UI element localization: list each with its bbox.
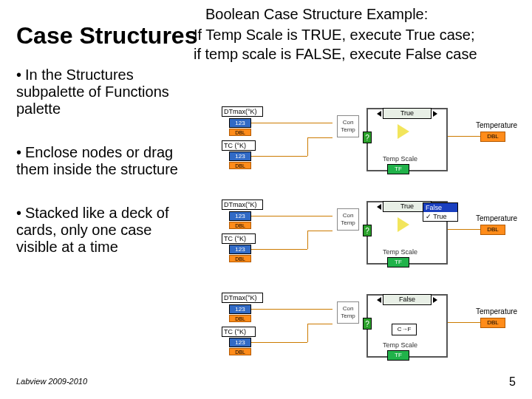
bullet-text: Stacked like a deck of cards, only one c… [16, 205, 169, 255]
output-label: Temperature [476, 214, 517, 222]
bullet-item: •In the Structures subpalette of Functio… [16, 66, 194, 117]
wire [251, 156, 307, 157]
popup-item-true-label: True [433, 213, 446, 220]
wire [448, 229, 483, 230]
input-label-tc: TC (°K) [222, 140, 256, 151]
dbl-tag: DBL [229, 348, 251, 355]
wire [251, 123, 332, 123]
dbl-tag: DBL [229, 255, 251, 262]
input-label-tc: TC (°K) [222, 327, 256, 337]
input-label-dtmax: DTmax(°K) [222, 106, 263, 117]
case-selector-popup[interactable]: False ✓ True [423, 202, 458, 222]
con-temp-subvi: ConTemp [337, 301, 359, 324]
popup-item-true[interactable]: ✓ True [423, 212, 457, 221]
output-label: Temperature [476, 121, 517, 129]
c-to-f-node: C→F [392, 324, 417, 335]
input-label-dtmax: DTmax(°K) [222, 200, 263, 210]
wire [307, 137, 308, 156]
selector-terminal-icon: ? [363, 132, 372, 143]
numeric-control-icon: 123 [229, 211, 251, 221]
wire [251, 216, 332, 216]
wire [307, 137, 332, 138]
wire [307, 324, 308, 342]
bullet-item: •Stacked like a deck of cards, only one … [16, 205, 194, 256]
input-label-tc: TC (°K) [222, 233, 256, 244]
wire [251, 309, 332, 310]
temp-scale-label: Temp Scale [383, 155, 417, 163]
dbl-tag: DBL [229, 129, 251, 136]
compare-node-icon [398, 217, 409, 232]
numeric-control-icon: 123 [229, 245, 251, 254]
example-body: If Temp Scale is TRUE, execute True case… [194, 25, 519, 64]
bullet-text: Enclose nodes or drag them inside the st… [16, 144, 178, 177]
output-indicator: DBL [480, 132, 505, 142]
wire [307, 324, 332, 324]
dbl-tag: DBL [229, 315, 251, 322]
wire [251, 249, 307, 250]
numeric-control-icon: 123 [229, 118, 251, 128]
temp-scale-control: TF [387, 350, 409, 361]
wire [448, 322, 483, 323]
bullet-text: In the Structures subpalette of Function… [16, 66, 169, 117]
popup-item-false[interactable]: False [423, 203, 457, 212]
case-diagram: DTmax(°K) 123 DBL TC (°K) 123 DBL ConTem… [222, 288, 517, 375]
bullet-item: •Enclose nodes or drag them inside the s… [16, 144, 194, 178]
dbl-tag: DBL [229, 162, 251, 169]
selector-terminal-icon: ? [363, 318, 372, 330]
case-selector[interactable]: False [383, 294, 432, 305]
diagram-area: DTmax(°K) 123 DBL TC (°K) 123 DBL ConTem… [222, 102, 517, 381]
output-indicator: DBL [480, 225, 505, 235]
temp-scale-label: Temp Scale [383, 341, 417, 349]
slide-title: Case Structures [16, 22, 197, 50]
temp-scale-label: Temp Scale [383, 248, 417, 256]
wire [307, 231, 332, 231]
page-number: 5 [509, 375, 516, 389]
numeric-control-icon: 123 [229, 151, 251, 161]
temp-scale-control: TF [387, 257, 409, 267]
con-temp-subvi: ConTemp [337, 115, 359, 137]
wire [307, 231, 308, 249]
bullet-list: •In the Structures subpalette of Functio… [16, 66, 194, 282]
dbl-tag: DBL [229, 222, 251, 229]
footer-text: Labview 2009-2010 [16, 377, 87, 386]
case-selector[interactable]: True [383, 108, 432, 119]
selector-terminal-icon: ? [363, 225, 372, 236]
example-heading: Boolean Case Structure Example: [205, 6, 428, 23]
case-diagram: DTmax(°K) 123 DBL TC (°K) 123 DBL ConTem… [222, 102, 517, 189]
con-temp-subvi: ConTemp [337, 208, 359, 231]
wire [448, 136, 483, 137]
numeric-control-icon: 123 [229, 338, 251, 347]
output-indicator: DBL [480, 318, 505, 328]
compare-node-icon [398, 124, 409, 139]
output-label: Temperature [476, 307, 517, 316]
input-label-dtmax: DTmax(°K) [222, 293, 263, 303]
temp-scale-control: TF [387, 164, 409, 174]
case-diagram: DTmax(°K) 123 DBL TC (°K) 123 DBL ConTem… [222, 195, 517, 282]
wire [251, 342, 307, 343]
numeric-control-icon: 123 [229, 304, 251, 314]
